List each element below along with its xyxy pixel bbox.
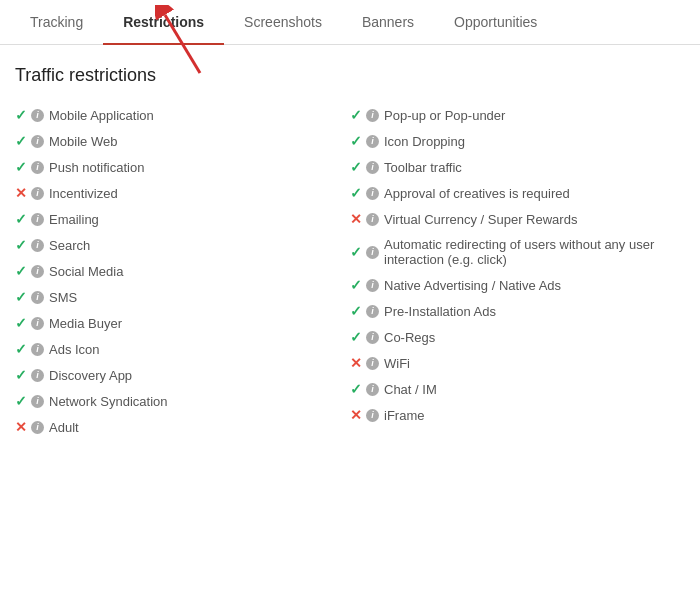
item-label: Approval of creatives is required bbox=[384, 186, 570, 201]
item-label: Pop-up or Pop-under bbox=[384, 108, 505, 123]
list-item: ✓iAds Icon bbox=[15, 336, 350, 362]
check-icon: ✓ bbox=[15, 237, 27, 253]
list-item: ✓iPush notification bbox=[15, 154, 350, 180]
list-item: ✓iChat / IM bbox=[350, 376, 685, 402]
check-icon: ✓ bbox=[350, 277, 362, 293]
section-title: Traffic restrictions bbox=[15, 65, 685, 86]
list-item: ✓iMedia Buyer bbox=[15, 310, 350, 336]
info-icon: i bbox=[366, 109, 379, 122]
item-label: Media Buyer bbox=[49, 316, 122, 331]
info-icon: i bbox=[366, 187, 379, 200]
list-item: ✓iIcon Dropping bbox=[350, 128, 685, 154]
list-item: ✓iEmailing bbox=[15, 206, 350, 232]
list-item: ✓iPop-up or Pop-under bbox=[350, 102, 685, 128]
info-icon: i bbox=[31, 317, 44, 330]
list-item: ✓iMobile Web bbox=[15, 128, 350, 154]
check-icon: ✓ bbox=[350, 329, 362, 345]
info-icon: i bbox=[366, 409, 379, 422]
info-icon: i bbox=[31, 161, 44, 174]
list-item: ✓iCo-Regs bbox=[350, 324, 685, 350]
tab-restrictions[interactable]: Restrictions bbox=[103, 0, 224, 44]
item-label: Automatic redirecting of users without a… bbox=[384, 237, 675, 267]
item-label: Toolbar traffic bbox=[384, 160, 462, 175]
check-icon: ✓ bbox=[350, 303, 362, 319]
item-label: Social Media bbox=[49, 264, 123, 279]
item-label: WiFi bbox=[384, 356, 410, 371]
item-label: Co-Regs bbox=[384, 330, 435, 345]
info-icon: i bbox=[31, 395, 44, 408]
info-icon: i bbox=[366, 135, 379, 148]
check-icon: ✓ bbox=[15, 289, 27, 305]
tab-tracking[interactable]: Tracking bbox=[10, 0, 103, 44]
list-item: ✓iPre-Installation Ads bbox=[350, 298, 685, 324]
cross-icon: ✕ bbox=[15, 419, 27, 435]
item-label: Discovery App bbox=[49, 368, 132, 383]
info-icon: i bbox=[31, 109, 44, 122]
check-icon: ✓ bbox=[350, 159, 362, 175]
item-label: iFrame bbox=[384, 408, 424, 423]
info-icon: i bbox=[31, 265, 44, 278]
info-icon: i bbox=[366, 357, 379, 370]
check-icon: ✓ bbox=[15, 211, 27, 227]
item-label: Emailing bbox=[49, 212, 99, 227]
info-icon: i bbox=[31, 213, 44, 226]
check-icon: ✓ bbox=[15, 107, 27, 123]
list-item: ✓iApproval of creatives is required bbox=[350, 180, 685, 206]
item-label: Native Advertising / Native Ads bbox=[384, 278, 561, 293]
check-icon: ✓ bbox=[15, 133, 27, 149]
info-icon: i bbox=[31, 135, 44, 148]
cross-icon: ✕ bbox=[350, 407, 362, 423]
info-icon: i bbox=[31, 421, 44, 434]
item-label: Mobile Web bbox=[49, 134, 117, 149]
list-item: ✓iMobile Application bbox=[15, 102, 350, 128]
item-label: Pre-Installation Ads bbox=[384, 304, 496, 319]
list-item: ✓iNetwork Syndication bbox=[15, 388, 350, 414]
item-label: Search bbox=[49, 238, 90, 253]
info-icon: i bbox=[366, 305, 379, 318]
list-item: ✓iSMS bbox=[15, 284, 350, 310]
info-icon: i bbox=[31, 239, 44, 252]
list-item: ✕iiFrame bbox=[350, 402, 685, 428]
item-label: Push notification bbox=[49, 160, 144, 175]
list-item: ✓iAutomatic redirecting of users without… bbox=[350, 232, 685, 272]
info-icon: i bbox=[31, 343, 44, 356]
item-label: Mobile Application bbox=[49, 108, 154, 123]
check-icon: ✓ bbox=[350, 244, 362, 260]
check-icon: ✓ bbox=[15, 341, 27, 357]
info-icon: i bbox=[31, 187, 44, 200]
list-item: ✓iToolbar traffic bbox=[350, 154, 685, 180]
restrictions-grid: ✓iMobile Application✓iMobile Web✓iPush n… bbox=[15, 102, 685, 440]
check-icon: ✓ bbox=[15, 393, 27, 409]
check-icon: ✓ bbox=[350, 107, 362, 123]
tab-opportunities[interactable]: Opportunities bbox=[434, 0, 557, 44]
item-label: Virtual Currency / Super Rewards bbox=[384, 212, 577, 227]
tab-bar: Tracking Restrictions Screenshots Banner… bbox=[0, 0, 700, 45]
cross-icon: ✕ bbox=[15, 185, 27, 201]
right-column: ✓iPop-up or Pop-under✓iIcon Dropping✓iTo… bbox=[350, 102, 685, 440]
list-item: ✕iVirtual Currency / Super Rewards bbox=[350, 206, 685, 232]
list-item: ✕iAdult bbox=[15, 414, 350, 440]
info-icon: i bbox=[31, 291, 44, 304]
list-item: ✓iSocial Media bbox=[15, 258, 350, 284]
item-label: Incentivized bbox=[49, 186, 118, 201]
item-label: Icon Dropping bbox=[384, 134, 465, 149]
item-label: Ads Icon bbox=[49, 342, 100, 357]
info-icon: i bbox=[366, 331, 379, 344]
check-icon: ✓ bbox=[15, 367, 27, 383]
info-icon: i bbox=[366, 213, 379, 226]
tab-screenshots[interactable]: Screenshots bbox=[224, 0, 342, 44]
item-label: SMS bbox=[49, 290, 77, 305]
list-item: ✓iSearch bbox=[15, 232, 350, 258]
cross-icon: ✕ bbox=[350, 355, 362, 371]
check-icon: ✓ bbox=[15, 315, 27, 331]
tab-banners[interactable]: Banners bbox=[342, 0, 434, 44]
list-item: ✕iIncentivized bbox=[15, 180, 350, 206]
item-label: Network Syndication bbox=[49, 394, 168, 409]
info-icon: i bbox=[31, 369, 44, 382]
info-icon: i bbox=[366, 246, 379, 259]
check-icon: ✓ bbox=[15, 263, 27, 279]
list-item: ✓iDiscovery App bbox=[15, 362, 350, 388]
left-column: ✓iMobile Application✓iMobile Web✓iPush n… bbox=[15, 102, 350, 440]
check-icon: ✓ bbox=[15, 159, 27, 175]
info-icon: i bbox=[366, 383, 379, 396]
